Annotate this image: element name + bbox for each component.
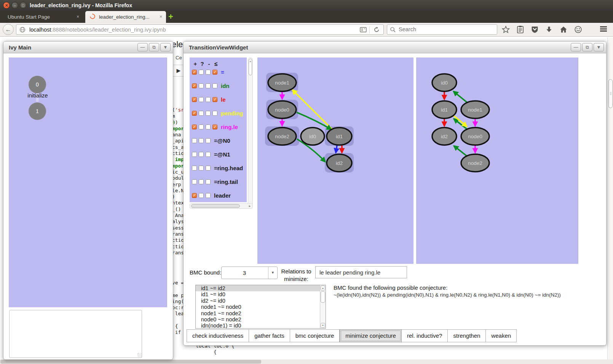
scroll-up-arrow-icon[interactable]: ▲ bbox=[321, 286, 325, 291]
relation-checkbox[interactable]: ✓ bbox=[192, 125, 197, 129]
conjecture-item[interactable]: id2 ~= id0 bbox=[196, 298, 326, 304]
relation-checkbox[interactable] bbox=[199, 70, 204, 75]
relation-checkbox[interactable] bbox=[212, 83, 217, 88]
collapse-icon[interactable]: ▼ bbox=[160, 43, 171, 51]
rel-inductive--button[interactable]: rel. inductive? bbox=[402, 329, 448, 342]
relation-checkbox[interactable] bbox=[206, 83, 211, 88]
relation-checkbox[interactable] bbox=[206, 193, 211, 198]
check-inductiveness-button[interactable]: check inductiveness bbox=[187, 329, 249, 342]
scroll-right-arrow-icon[interactable]: ► bbox=[248, 204, 251, 208]
weaken-button[interactable]: weaken bbox=[486, 329, 517, 342]
relation-checkbox[interactable] bbox=[206, 166, 211, 171]
tab-close-icon[interactable]: × bbox=[160, 14, 162, 19]
tab-ubuntu-start-page[interactable]: Ubuntu Start Page × bbox=[2, 11, 83, 23]
vertical-scrollbar-thumb[interactable] bbox=[608, 79, 613, 108]
window-minimize-icon[interactable]: – bbox=[11, 2, 18, 9]
relation-checkbox[interactable] bbox=[199, 83, 204, 88]
relation-checkbox[interactable]: ✓ bbox=[212, 125, 217, 129]
menu-icon[interactable] bbox=[599, 25, 608, 34]
listbox-scrollbar[interactable]: ▲ ▼ bbox=[320, 285, 326, 328]
relation-checkbox[interactable] bbox=[199, 125, 204, 129]
relation-checkbox[interactable]: ✓ bbox=[192, 97, 197, 102]
search-bar[interactable] bbox=[387, 24, 497, 35]
relation-checkbox[interactable] bbox=[206, 179, 211, 184]
relation-checkbox[interactable] bbox=[192, 138, 197, 143]
popout-icon[interactable]: ⧉ bbox=[582, 43, 592, 51]
collapse-icon[interactable]: ▼ bbox=[594, 43, 604, 51]
pocket-list-icon[interactable] bbox=[516, 25, 525, 34]
chevron-down-icon[interactable]: ▼ bbox=[268, 267, 277, 279]
minimize-conjecture-button[interactable]: minimize conjecture bbox=[340, 329, 402, 342]
relation-panel-vscrollbar[interactable]: ▲ bbox=[248, 57, 253, 208]
transition-view-header[interactable]: TransitionViewWidget — ⧉ ▼ bbox=[184, 42, 606, 53]
conjecture-listbox[interactable]: id1 ~= id2id1 ~= id0id2 ~= id0node1 ~= n… bbox=[195, 285, 326, 329]
bookmark-star-icon[interactable] bbox=[501, 25, 510, 34]
relation-checkbox[interactable] bbox=[199, 152, 204, 157]
listbox-scrollbar-thumb[interactable] bbox=[321, 291, 325, 303]
ivy-main-header[interactable]: Ivy Main — ⧉ ▼ bbox=[3, 42, 173, 53]
download-icon[interactable] bbox=[544, 25, 554, 34]
graph-node-label: node2 bbox=[275, 134, 289, 139]
relation-checkbox[interactable] bbox=[206, 70, 211, 75]
reload-icon[interactable] bbox=[374, 27, 380, 34]
relation-checkbox[interactable] bbox=[206, 97, 211, 102]
relation-panel-hscrollbar[interactable]: ► bbox=[190, 203, 253, 209]
scroll-down-arrow-icon[interactable]: ▼ bbox=[321, 323, 325, 328]
url-text[interactable]: localhost:8888/notebooks/leader_election… bbox=[29, 27, 166, 33]
search-input[interactable] bbox=[398, 26, 493, 33]
relation-checkbox[interactable] bbox=[212, 111, 217, 116]
conjecture-item[interactable]: idn(node1) = id0 bbox=[196, 322, 326, 329]
minimize-icon[interactable]: — bbox=[571, 43, 581, 51]
relation-checkbox[interactable] bbox=[199, 138, 204, 143]
relation-panel-hscrollbar-thumb[interactable] bbox=[191, 204, 240, 208]
new-tab-button[interactable]: + bbox=[168, 12, 173, 22]
relation-checkbox[interactable] bbox=[192, 152, 197, 157]
back-button[interactable]: ← bbox=[3, 24, 14, 35]
vertical-scrollbar[interactable] bbox=[607, 37, 613, 364]
bmc-conjecture-button[interactable]: bmc conjecture bbox=[290, 329, 340, 342]
tab-close-icon[interactable]: × bbox=[77, 14, 79, 19]
reader-mode-icon[interactable] bbox=[360, 27, 367, 34]
relations-to-minimize-input[interactable] bbox=[315, 266, 407, 278]
relation-checkbox[interactable]: ✓ bbox=[192, 83, 197, 88]
relation-checkbox[interactable]: ✓ bbox=[212, 97, 217, 102]
popout-icon[interactable]: ⧉ bbox=[149, 43, 159, 51]
relation-panel-vscrollbar-thumb[interactable]: ▲ bbox=[249, 59, 252, 75]
relation-checkbox[interactable] bbox=[199, 97, 204, 102]
minimize-icon[interactable]: — bbox=[137, 43, 148, 51]
horizontal-scrollbar-thumb[interactable] bbox=[0, 360, 261, 364]
conjecture-item[interactable]: node1 ~= node2 bbox=[196, 310, 326, 316]
relation-checkbox[interactable] bbox=[206, 125, 211, 129]
pocket-shield-icon[interactable] bbox=[530, 25, 539, 34]
relation-checkbox[interactable]: ✓ bbox=[212, 70, 217, 75]
conjecture-item[interactable]: node0 ~= node2 bbox=[196, 316, 326, 322]
relation-checkbox[interactable] bbox=[199, 111, 204, 116]
home-icon[interactable] bbox=[559, 25, 568, 34]
relation-checkbox[interactable]: ✓ bbox=[192, 111, 197, 116]
conjecture-item[interactable]: id1 ~= id0 bbox=[196, 291, 326, 297]
conjecture-item[interactable]: id1 ~= id2 bbox=[196, 285, 326, 291]
tab-leader-election-ring[interactable]: leader_election_ring... × bbox=[85, 11, 166, 23]
hello-smiley-icon[interactable] bbox=[573, 25, 583, 34]
bmc-bound-select[interactable]: 3 ▼ bbox=[221, 267, 278, 279]
site-identity-globe-icon[interactable] bbox=[19, 27, 26, 34]
gather-facts-button[interactable]: gather facts bbox=[249, 329, 290, 342]
window-close-icon[interactable]: ✕ bbox=[3, 2, 10, 9]
ivy-notes-textarea[interactable] bbox=[9, 310, 142, 358]
relation-checkbox[interactable] bbox=[206, 138, 211, 143]
relation-checkbox[interactable]: ✓ bbox=[192, 70, 197, 75]
relation-checkbox[interactable] bbox=[199, 166, 204, 171]
window-maximize-icon[interactable]: ▢ bbox=[20, 2, 27, 9]
relation-checkbox[interactable] bbox=[199, 179, 204, 184]
url-bar[interactable]: localhost:8888/notebooks/leader_election… bbox=[16, 24, 384, 35]
relation-checkbox[interactable] bbox=[192, 166, 197, 171]
relation-checkbox[interactable] bbox=[192, 179, 197, 184]
textarea-resize-grip-icon[interactable] bbox=[137, 353, 142, 357]
relation-checkbox[interactable] bbox=[206, 111, 211, 116]
relation-checkbox[interactable]: ✓ bbox=[192, 193, 197, 198]
conjecture-item[interactable]: node1 ~= node0 bbox=[196, 304, 326, 310]
relation-checkbox[interactable] bbox=[206, 152, 211, 157]
relation-checkbox[interactable] bbox=[199, 193, 204, 198]
horizontal-scrollbar[interactable] bbox=[0, 359, 613, 364]
strengthen-button[interactable]: strengthen bbox=[448, 329, 486, 342]
